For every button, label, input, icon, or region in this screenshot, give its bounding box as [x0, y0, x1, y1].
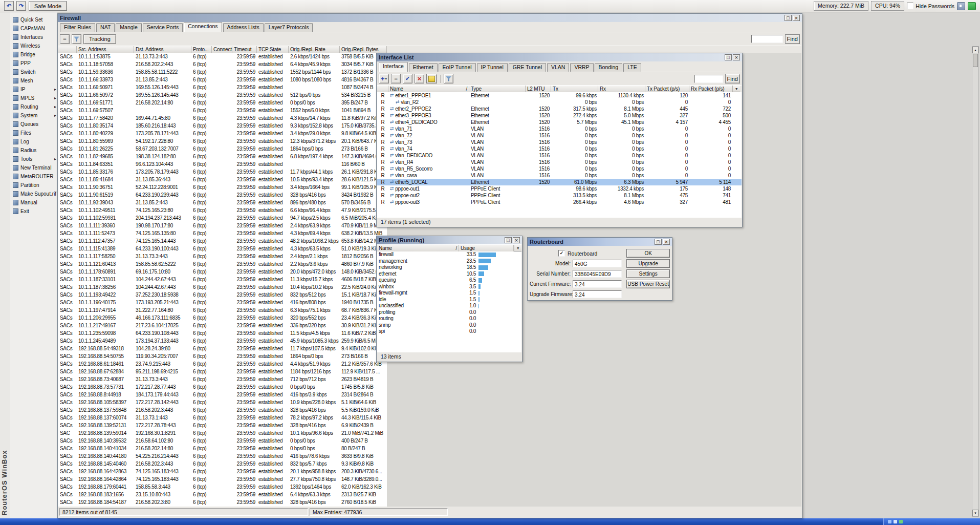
profile-row[interactable]: routing0.0	[377, 316, 521, 322]
filter-button[interactable]	[444, 74, 453, 83]
connection-row[interactable]: SACs192.168.88.140:39532216.58.64.102:80…	[58, 437, 387, 445]
conn-column-connecti[interactable]: Connecti...	[212, 46, 232, 53]
connection-row[interactable]: SACs10.1.1.235:5909864.233.190.108:4436 …	[58, 329, 387, 337]
sidebar-item-make-supout-rif[interactable]: Make Supout.rif	[10, 190, 57, 198]
sidebar-item-mpls[interactable]: MPLS	[10, 94, 57, 102]
interface-column-type[interactable]: Type	[469, 86, 526, 93]
connection-row[interactable]: SACs192.168.88.137:59848216.58.202.3:443…	[58, 406, 387, 414]
connection-row[interactable]: SACs192.168.88.164:4286474.125.165.183:4…	[58, 475, 387, 483]
sidebar-item-routing[interactable]: Routing	[10, 102, 57, 111]
find-input[interactable]	[751, 35, 783, 43]
close-icon[interactable]	[513, 237, 520, 243]
connection-row[interactable]: SACs10.1.1.66:50972169.55.126.145:4436 (…	[58, 91, 387, 99]
connection-row[interactable]: SACs192.168.88.105:58397172.217.28.142:4…	[58, 398, 387, 406]
interface-column-flags[interactable]	[377, 86, 388, 93]
interface-row[interactable]: Rether5_LOCALEthernet152061.0 Mbps6.3 Mb…	[377, 179, 742, 185]
tray-icon[interactable]	[888, 520, 891, 523]
connection-row[interactable]: SACs10.1.1.85:4168431.13.85.36:4436 (tcp…	[58, 176, 387, 183]
firewall-tab-mangle[interactable]: Mangle	[116, 23, 141, 32]
upgrade-button[interactable]: Upgrade	[626, 259, 670, 268]
connection-row[interactable]: SACs10.1.1.81:2622558.67.203.132:70076 (…	[58, 145, 387, 153]
tray-icon[interactable]	[894, 520, 897, 523]
sidebar-item-quick-set[interactable]: Quick Set	[10, 15, 57, 24]
connection-row[interactable]: SACs10.1.1.90:6151964.233.190.239:4436 (…	[58, 191, 387, 199]
interface-tab-vlan[interactable]: VLAN	[547, 63, 569, 72]
profile-col-name[interactable]: Name	[377, 245, 459, 252]
maximize-icon[interactable]	[785, 15, 792, 21]
sidebar-item-mesh[interactable]: Mesh	[10, 76, 57, 85]
conn-column-dst-address[interactable]: Dst. Address	[134, 46, 191, 53]
close-icon[interactable]	[733, 54, 740, 60]
connection-row[interactable]: SACs10.1.1.196:40175173.193.205.21:4436 …	[58, 299, 387, 306]
interface-list-titlebar[interactable]: Interface List	[377, 53, 742, 61]
routerboard-checkbox[interactable]: Routerboard	[530, 248, 625, 258]
connection-row[interactable]: SACs192.168.88.164:4286374.125.165.183:4…	[58, 468, 387, 475]
memory-indicator[interactable]: Memory: 222.7 MiB	[814, 1, 868, 11]
connection-row[interactable]: SACs192.168.88.8:44918184.173.179.44:443…	[58, 391, 387, 398]
profile-row[interactable]: snmp0.0	[377, 322, 521, 329]
interface-column-rx[interactable]: Rx	[598, 86, 645, 93]
connection-row[interactable]: SACs10.1.1.111:5247374.125.165.135:806 (…	[58, 229, 387, 237]
column-select-icon[interactable]	[514, 245, 521, 251]
comment-button[interactable]	[426, 74, 437, 83]
maximize-icon[interactable]	[725, 54, 732, 60]
connection-row[interactable]: SACs10.1.1.117:5825031.13.73.3:4436 (tcp…	[58, 253, 387, 260]
firewall-tab-filter-rules[interactable]: Filter Rules	[60, 23, 95, 32]
os-taskbar[interactable]	[0, 518, 980, 525]
connection-row[interactable]: SACs10.1.1.102:59931204.194.237.213:4436…	[58, 214, 387, 222]
connection-row[interactable]: SACs10.1.1.1:5387531.13.73.3:4436 (tcp)2…	[58, 53, 387, 60]
profile-row[interactable]: management23.5	[377, 258, 521, 265]
find-button[interactable]: Find	[785, 34, 800, 44]
safe-mode-button[interactable]: Safe Mode	[29, 1, 67, 11]
field-upgrade-firmware[interactable]: 3.24	[573, 290, 622, 298]
field-serial-number[interactable]: 33B6045E09D9	[573, 270, 622, 278]
interface-row[interactable]: Rether2_PPPOE2Ethernet1520317.5 kbps8.1 …	[377, 106, 742, 112]
field-current-firmware[interactable]: 3.24	[573, 280, 622, 288]
sidebar-item-tools[interactable]: Tools	[10, 155, 57, 163]
connection-row[interactable]: SACs10.1.1.85:33176173.205.78.179:4436 (…	[58, 168, 387, 176]
sidebar-item-system[interactable]: System	[10, 111, 57, 120]
connection-row[interactable]: SACs10.1.1.77:58420169.44.71.45:806 (tcp…	[58, 114, 387, 122]
interface-row[interactable]: Rpppoe-out1PPPoE Client98.6 kbps1332.4 k…	[377, 185, 742, 192]
connection-row[interactable]: SACs10.1.1.187:38256104.244.42.67:4436 (…	[58, 283, 387, 291]
interface-row[interactable]: Rvlan_71VLAN15160 bps0 bps00	[377, 125, 742, 132]
conn-column-src-address[interactable]: Src. Address	[77, 46, 134, 53]
interface-tab-gre-tunnel[interactable]: GRE Tunnel	[509, 63, 546, 72]
connection-row[interactable]: SAC192.168.88.139:59014192.168.30.1:8291…	[58, 429, 387, 437]
connection-row[interactable]: SACs192.168.88.139:52131172.217.28.78:44…	[58, 422, 387, 429]
profile-row[interactable]: unclassified1.0	[377, 303, 521, 309]
conn-column-timeout[interactable]: Timeout	[232, 46, 257, 53]
taskbar-tray[interactable]	[883, 518, 980, 525]
connection-row[interactable]: SACs192.168.88.183:165623.15.10.80:4436 …	[58, 491, 387, 498]
connection-row[interactable]: SACs192.168.88.140:41034216.58.202.14:80…	[58, 445, 387, 452]
connection-row[interactable]: SACs10.1.1.93:3904331.13.85.2:4436 (tcp)…	[58, 199, 387, 206]
tray-icon[interactable]	[899, 520, 903, 523]
lock-icon[interactable]	[957, 2, 965, 10]
connection-row[interactable]: SACs192.168.88.73:4068731.13.73.3:4436 (…	[58, 375, 387, 383]
sidebar-item-log[interactable]: Log	[10, 137, 57, 146]
connection-row[interactable]: SACs10.1.1.111:39360190.98.170.17:806 (t…	[58, 222, 387, 229]
scroll-down-icon[interactable]	[972, 510, 978, 516]
connection-row[interactable]: SACs10.1.1.217:49167217.23.6.104:170256 …	[58, 322, 387, 329]
interface-row[interactable]: Rether1_PPPOE1Ethernet152099.6 kbps1130.…	[377, 92, 742, 99]
interface-row[interactable]: Rether3_PPPOE3Ethernet1520272.4 kbps5.0 …	[377, 112, 742, 119]
sidebar-item-bridge[interactable]: Bridge	[10, 50, 57, 59]
sidebar-item-switch[interactable]: Switch	[10, 68, 57, 76]
sidebar-item-new-terminal[interactable]: New Terminal	[10, 163, 57, 172]
interface-row[interactable]: Rvlan_74VLAN15160 bps0 bps00	[377, 145, 742, 152]
connection-row[interactable]: SACs10.1.1.80:40229173.205.78.171:4436 (…	[58, 130, 387, 137]
connection-row[interactable]: SACs10.1.1.69:575076 (tcp)23:59:59establ…	[58, 107, 387, 114]
maximize-icon[interactable]	[505, 237, 512, 243]
connection-row[interactable]: SACs10.1.1.193:4942237.252.230.18:59386 …	[58, 291, 387, 299]
sidebar-item-wireless[interactable]: Wireless	[10, 41, 57, 50]
profile-row[interactable]: spi0.0	[377, 328, 521, 335]
connection-row[interactable]: SACs10.1.1.206:2995546.166.173.111:68356…	[58, 314, 387, 322]
interface-row[interactable]: Rvlan_R5_SocorroVLAN15160 bps0 bps00	[377, 165, 742, 172]
connection-row[interactable]: SACs10.1.1.69:51771216.58.202.14:806 (tc…	[58, 99, 387, 107]
connection-row[interactable]: SACs10.1.1.112:4735774.125.165.14:4436 (…	[58, 237, 387, 245]
redo-button[interactable]	[16, 1, 26, 11]
sidebar-item-manual[interactable]: Manual	[10, 198, 57, 207]
firewall-tab-layer7-protocols[interactable]: Layer7 Protocols	[265, 23, 313, 32]
interface-tab-interface[interactable]: Interface	[379, 62, 408, 72]
maximize-icon[interactable]	[655, 239, 662, 245]
